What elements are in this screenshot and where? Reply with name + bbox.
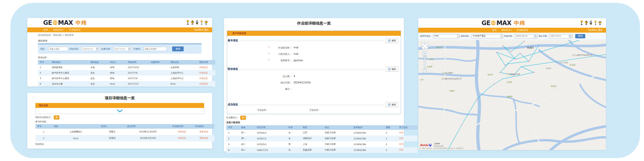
- table-cell: [149, 81, 169, 87]
- member-info-heading: 成员信息: [228, 103, 238, 106]
- table-cell: 详细信息: [197, 81, 215, 87]
- track-point-marker[interactable]: [476, 99, 477, 100]
- end-date-label: 结束日期：: [101, 48, 112, 50]
- column-header: 结束时间: [149, 60, 169, 65]
- page-title: 项目详细信息一览: [27, 96, 212, 101]
- zoom-slider-handle[interactable]: [423, 57, 427, 59]
- map-canvas[interactable]: 周家湾小张王金屋村大坪央西圩朱家湾王家村西桥村荷花塘明珠村新力模型厂国际中星纸业…: [418, 40, 606, 150]
- table-link[interactable]: 详情: [399, 149, 403, 151]
- chosen-members-select[interactable]: 孙一 ▾: [309, 114, 339, 115]
- table-link[interactable]: 详细信息: [178, 137, 186, 139]
- table-cell: 2: [384, 147, 397, 153]
- map-search-button[interactable]: 查询: [575, 34, 585, 38]
- track-point-marker[interactable]: [524, 41, 525, 42]
- poi-marker-icon: [573, 54, 575, 56]
- table-link[interactable]: 查看轨迹: [200, 137, 208, 139]
- search-button[interactable]: 查询: [172, 46, 184, 51]
- nav-project-mgmt[interactable]: 项目管理 ▾: [53, 28, 64, 31]
- map-label-text: 国际中星纸业有限公司: [444, 78, 462, 80]
- keyword-input[interactable]: [144, 47, 167, 51]
- gnss-antenna-icon: [186, 20, 190, 25]
- workgroup-select[interactable]: 中纬 ▾: [433, 34, 460, 38]
- baidu-paw-icon: [429, 143, 432, 147]
- table-link[interactable]: 详细信息: [199, 77, 208, 80]
- table-cell: 高级工程师: [323, 136, 352, 141]
- available-members-select[interactable]: 张一 ▾: [257, 114, 286, 115]
- table-link[interactable]: 详细信息: [199, 72, 208, 74]
- table-cell: 徕卡技术中心测试: [50, 70, 89, 76]
- track-point-marker[interactable]: [496, 52, 497, 53]
- project-info-bar[interactable]: 项目信息: [35, 103, 204, 108]
- nav-home[interactable]: 首页: [492, 29, 497, 32]
- table-link[interactable]: 详细信息: [199, 83, 208, 85]
- map-pan-control[interactable]: [421, 42, 429, 50]
- chosen-members-group: 已选成员： 孙一 ▾: [309, 109, 339, 114]
- project-select[interactable]: 中纬房产项目 ▾: [472, 34, 503, 38]
- workgroup-detail-window: 作业组详细信息一览 用户详细信息 基本信息 编辑 * 作业组名称： 中纬 * 小…: [224, 18, 404, 151]
- table-link[interactable]: 详细信息: [178, 130, 186, 133]
- collapse-toggle[interactable]: [35, 108, 204, 114]
- table-link[interactable]: 详细信息: [199, 66, 208, 69]
- edit-extra-button[interactable]: 编辑: [386, 67, 398, 72]
- geomax-logo: GE MAX 中纬: [43, 19, 87, 26]
- track-point-marker[interactable]: [510, 51, 512, 52]
- caret-down-icon: ▾: [63, 29, 64, 31]
- prism-icon: [200, 20, 204, 25]
- track-point-marker[interactable]: [505, 65, 506, 66]
- track-point-marker[interactable]: [528, 61, 529, 62]
- track-point-marker[interactable]: [499, 72, 501, 73]
- zoom-out-button[interactable]: −: [423, 69, 427, 73]
- related-projects-label: 附属项目: [35, 143, 204, 146]
- zoom-in-button[interactable]: +: [423, 52, 427, 55]
- project-input[interactable]: [48, 47, 68, 51]
- track-point-marker[interactable]: [515, 59, 516, 60]
- map-place-label: 小张王: [428, 58, 434, 61]
- nav-project-mgmt-label: 项目管理: [53, 28, 62, 31]
- start-date-input[interactable]: 2015-03-21: [515, 34, 538, 38]
- map-window: GE MAX 中纬 首页 项目管理 ▾ 作业组管理 GeoMax 退出 选择作业…: [418, 18, 606, 150]
- poi-marker-icon: [443, 72, 445, 74]
- track-point-marker[interactable]: [502, 45, 504, 46]
- table-link[interactable]: 查看轨迹: [200, 130, 208, 133]
- zoom-slider-track[interactable]: [424, 56, 425, 69]
- track-point-marker[interactable]: [520, 53, 521, 54]
- table-row: 3徕卡技术中心测试北京徐斌2017/7/6上海技术中心详细信息: [38, 76, 215, 81]
- edit-member-button[interactable]: 编辑: [386, 102, 398, 107]
- column-header: 项目业主: [169, 60, 197, 65]
- track-point-marker[interactable]: [533, 72, 535, 73]
- user-detail-bar-label: 用户详细信息: [232, 32, 246, 35]
- logo-text-max: MAX: [496, 20, 511, 27]
- edit-basic-button[interactable]: 编辑: [386, 38, 398, 43]
- edit-label: 编辑: [392, 103, 396, 106]
- selected-value: 中纬房产项目: [473, 35, 486, 38]
- nav-home[interactable]: 首页: [43, 28, 48, 31]
- table-cell: 何伟: [108, 65, 126, 70]
- map-label-text: 朱家湾: [487, 74, 493, 76]
- track-point-marker[interactable]: [494, 83, 495, 85]
- nav-workgroup-mgmt[interactable]: 作业组管理: [517, 29, 528, 32]
- table-cell: 赵二: [240, 141, 255, 147]
- end-date-input[interactable]: 2017-8-21: [114, 47, 132, 51]
- track-point-marker[interactable]: [461, 124, 463, 125]
- column-header: 出生日期: [255, 125, 287, 130]
- end-date-input[interactable]: 2017-8-21: [550, 34, 573, 38]
- table-cell: 详细信息: [197, 70, 215, 76]
- table-cell: 2017/7/6: [126, 70, 149, 76]
- column-header: 作业组详情: [171, 124, 193, 129]
- field-value: geomax: [294, 59, 303, 62]
- table-link[interactable]: 详情: [399, 137, 403, 140]
- nav-workgroup-mgmt[interactable]: 作业组管理: [69, 28, 81, 31]
- main-nav: 首页 项目管理 ▾ 作业组管理 GeoMax 退出: [27, 27, 212, 32]
- logout-link[interactable]: GeoMax 退出: [194, 28, 209, 31]
- field-value: 中纬: [294, 53, 298, 56]
- nav-project-mgmt[interactable]: 项目管理 ▾: [501, 29, 512, 32]
- table-link[interactable]: 详情: [399, 131, 403, 134]
- view-workload-button[interactable]: [240, 116, 246, 120]
- start-date-input[interactable]: 2016-8-21: [81, 47, 100, 51]
- table-link[interactable]: 详情: [399, 143, 403, 145]
- table-cell: 中级工程师: [323, 147, 352, 153]
- project-query-window: GE MAX 中纬 首页 项目管理 ▾ 作业组管理 GeoMax 退出 您当前的…: [27, 18, 212, 87]
- logout-link[interactable]: GeoMax 退出: [588, 29, 603, 32]
- view-stats-button[interactable]: [54, 115, 59, 119]
- user-detail-bar[interactable]: 用户详细信息: [227, 31, 401, 36]
